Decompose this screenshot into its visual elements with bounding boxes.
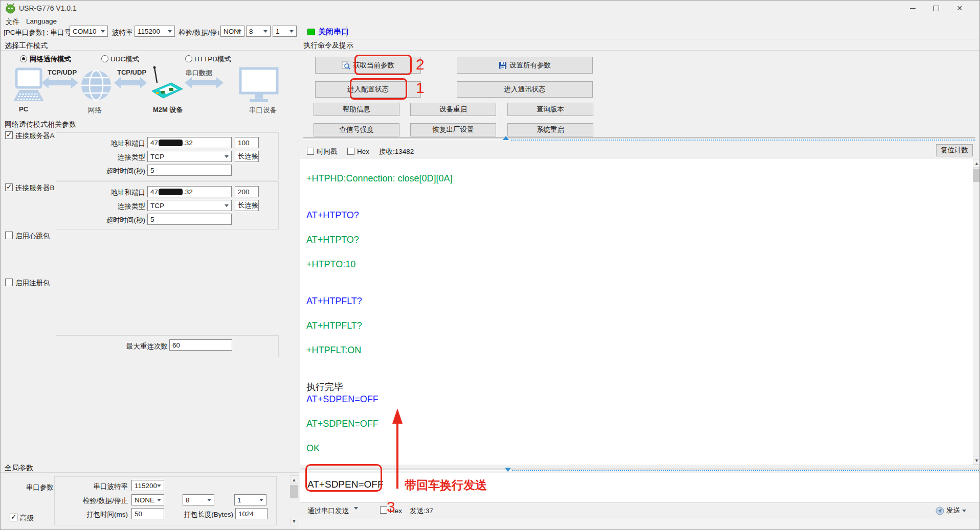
log-line: +HTPFLT:ON	[306, 344, 973, 356]
status-strip	[299, 519, 980, 530]
pc-serial-label: [PC串口参数] : 串口号	[4, 28, 71, 37]
log-splitter-thumb[interactable]	[503, 136, 509, 140]
send-hex-checkbox[interactable]	[380, 506, 387, 514]
global-params-caption: 全局参数	[5, 464, 33, 473]
log-line	[306, 332, 973, 344]
link1-label: TCP/UDP	[48, 68, 77, 76]
packlen-input[interactable]: 1024	[235, 508, 268, 519]
log-line	[306, 307, 973, 319]
help-button[interactable]: 帮助信息	[314, 103, 399, 116]
radio-httpd-label[interactable]: HTTPD模式	[194, 55, 231, 63]
radio-httpd-mode[interactable]	[185, 55, 192, 62]
server-a-addr-input[interactable]: 47.32	[147, 137, 232, 148]
baud-value: 115200	[138, 28, 160, 35]
com-port-select[interactable]: COM10	[70, 26, 108, 37]
log-line: AT+HTPFLT?	[306, 295, 973, 307]
send-via-serial-button[interactable]: 通过串口发送	[307, 506, 358, 515]
factory-reset-button[interactable]: 恢复出厂设置	[410, 123, 496, 136]
annotation-step1: 1	[416, 80, 425, 96]
parity-select[interactable]: NONI	[220, 26, 244, 37]
maximize-button[interactable]	[924, 1, 948, 16]
baud-select[interactable]: 115200	[135, 26, 175, 37]
menu-file[interactable]: 文件	[4, 16, 21, 28]
net-params-caption: 网络透传模式相关参数	[5, 120, 76, 129]
g-baud-select[interactable]: 115200	[131, 480, 164, 491]
g-databits-select[interactable]: 8	[183, 494, 214, 505]
device-reboot-label: 设备重启	[439, 105, 467, 114]
chevron-down-icon	[962, 510, 966, 514]
left-scroll-thumb[interactable]	[290, 485, 298, 498]
server-b-checkbox[interactable]	[5, 183, 13, 191]
server-a-timeout-input[interactable]: 5	[147, 165, 232, 176]
query-version-button[interactable]: 查询版本	[507, 103, 593, 116]
query-signal-button[interactable]: 查信号强度	[314, 123, 399, 136]
set-params-button[interactable]: 设置所有参数	[457, 57, 593, 74]
save-icon	[499, 61, 507, 70]
close-button[interactable]: ✕	[948, 1, 971, 16]
menu-language[interactable]: Language	[24, 16, 59, 26]
log-line	[306, 368, 973, 381]
arrow2-icon	[114, 77, 147, 88]
timestamp-checkbox[interactable]	[307, 148, 314, 155]
register-label: 启用注册包	[15, 279, 50, 287]
log-scroll-down[interactable]: ▼	[973, 456, 980, 465]
redaction-mask	[159, 189, 183, 195]
packtime-input[interactable]: 50	[131, 508, 164, 519]
received-count: 接收:13482	[379, 147, 414, 156]
advanced-checkbox[interactable]	[10, 514, 17, 521]
databits-select[interactable]: 8	[246, 26, 271, 37]
heartbeat-checkbox[interactable]	[5, 232, 13, 239]
radio-udc-label[interactable]: UDC模式	[110, 55, 139, 63]
minimize-icon	[910, 8, 916, 9]
reset-count-button[interactable]: 复位计数	[936, 144, 973, 156]
server-a-type-select[interactable]: TCP	[147, 151, 232, 162]
enter-comm-button[interactable]: 进入通讯状态	[457, 81, 593, 98]
log-line: +HTPHD:Connection: close[0D][0A]	[306, 172, 973, 185]
log-line	[306, 270, 973, 283]
g-parity-select[interactable]: NONE	[131, 494, 164, 505]
recv-hex-checkbox[interactable]	[347, 148, 354, 155]
server-a-keep-select[interactable]: 长连接	[235, 151, 259, 162]
left-scroll-up[interactable]: ▲	[290, 475, 298, 484]
device-reboot-button[interactable]: 设备重启	[410, 103, 496, 116]
radio-net-transparent-label[interactable]: 网络透传模式	[30, 55, 71, 63]
server-b-addr-input[interactable]: 47.32	[147, 186, 232, 197]
log-line	[306, 246, 973, 258]
server-b-port-input[interactable]: 200	[235, 186, 259, 197]
send-via-serial-label: 通过串口发送	[307, 507, 349, 515]
log-splitter-focus	[511, 140, 975, 141]
network-icon	[81, 67, 112, 103]
parity-label: 检验/数据/停止	[179, 28, 224, 37]
baud-label: 波特率	[112, 28, 133, 37]
reset-count-label: 复位计数	[941, 146, 968, 155]
left-scroll-down[interactable]: ▼	[290, 517, 298, 525]
server-b-timeout-input[interactable]: 5	[147, 214, 232, 225]
system-reboot-label: 系统重启	[537, 125, 564, 134]
radio-udc-mode[interactable]	[101, 55, 108, 62]
server-a-addr-suffix: .32	[183, 139, 193, 147]
close-port-button[interactable]: 关闭串口	[307, 26, 349, 37]
log-scroll-up[interactable]: ▲	[973, 159, 980, 168]
server-a-addr-prefix: 47	[150, 139, 158, 147]
system-reboot-button[interactable]: 系统重启	[507, 123, 593, 136]
server-b-type-select[interactable]: TCP	[147, 200, 232, 211]
server-a-port-value: 100	[238, 139, 250, 147]
stopbits-select[interactable]: 1	[273, 26, 297, 37]
pc-label: PC	[19, 105, 28, 113]
g-parity-label: 检验/数据/停止	[77, 496, 128, 505]
server-a-checkbox[interactable]	[5, 131, 13, 139]
log-line	[306, 283, 973, 295]
register-checkbox[interactable]	[5, 279, 13, 286]
server-b-keep-select[interactable]: 长连接	[235, 200, 259, 211]
send-splitter-thumb[interactable]	[505, 468, 511, 472]
send-button[interactable]: 发送	[936, 505, 966, 516]
toolbar-bottom-line	[1, 39, 980, 39]
minimize-button[interactable]	[901, 1, 924, 16]
server-a-port-input[interactable]: 100	[235, 137, 259, 148]
reconnect-input[interactable]: 60	[169, 339, 232, 351]
log-scroll-thumb[interactable]	[973, 169, 980, 182]
radio-net-transparent-mode[interactable]	[20, 55, 27, 62]
server-b-addr-label: 地址和端口	[80, 188, 145, 197]
g-stopbits-select[interactable]: 1	[234, 494, 266, 505]
packtime-label: 打包时间(ms)	[77, 510, 128, 519]
